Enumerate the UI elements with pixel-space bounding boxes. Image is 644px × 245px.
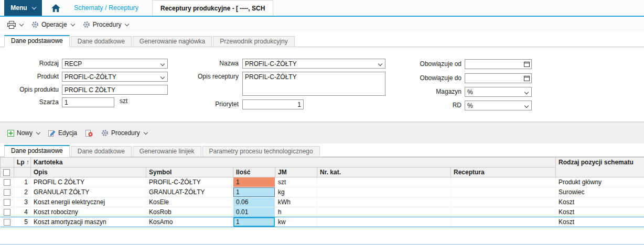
opis-cell: GRANULAT ŻÓŁTY [31, 187, 146, 197]
lp-subheader [14, 168, 31, 177]
select-all-checkbox[interactable] [3, 169, 10, 176]
rodzaj-value: RECP [65, 60, 82, 68]
table-row-selected[interactable]: 5 Koszt amortyzacji maszyn KosAmo 1 kw K… [1, 217, 644, 227]
lp-column-header[interactable]: Lp↑ [14, 158, 31, 168]
operacje-button[interactable]: Operacje [27, 19, 79, 30]
magazyn-label: Magazyn [391, 88, 461, 95]
receptura-cell [451, 217, 556, 227]
nowy-button[interactable]: Nowy [3, 127, 44, 139]
tab-receptury-produkcyjne[interactable]: Receptury produkcyjne - [ ----, SCH [152, 0, 273, 16]
jm-cell: h [275, 207, 317, 217]
dropdown-arrow-icon [524, 90, 529, 94]
nr-kat-cell [317, 177, 451, 187]
ilosc-cell[interactable]: 1 [233, 187, 275, 197]
tab-przewodnik-produkcyjny[interactable]: Przewodnik produkcyjny [213, 36, 294, 47]
priorytet-input[interactable] [242, 99, 304, 109]
opis-produktu-input[interactable] [62, 85, 168, 95]
produkt-value: PROFIL-C-ŻÓŁTY [65, 73, 116, 81]
produkt-select[interactable]: PROFIL-C-ŻÓŁTY [62, 72, 168, 82]
ilosc-cell-focused[interactable]: 1 [233, 217, 275, 227]
row-select-cell [1, 177, 14, 187]
obowiazuje-od-date[interactable] [465, 59, 532, 69]
obowiazuje-od-label: Obowiązuje od [391, 61, 461, 68]
chevron-down-icon [70, 22, 74, 26]
select-column-header [1, 158, 14, 168]
procedury-button[interactable]: Procedury [79, 19, 133, 30]
grid-tabstrip: Dane podstawowe Dane dodatkowe Generowan… [0, 143, 644, 157]
row-checkbox[interactable] [4, 179, 10, 186]
jm-column-header[interactable]: JM [275, 168, 317, 177]
procedury-grid-button[interactable]: Procedury [97, 127, 152, 139]
receptura-cell [451, 177, 556, 187]
calendar-icon[interactable] [524, 61, 530, 67]
ilosc-cell[interactable]: 0.06 [233, 197, 275, 207]
row-checkbox[interactable] [4, 199, 10, 206]
jm-cell: kWh [275, 197, 317, 207]
tab-dane-dodatkowe[interactable]: Dane dodatkowe [71, 36, 132, 47]
top-tab-bar: Menu Schematy / Receptury Receptury prod… [0, 0, 644, 17]
magazyn-select[interactable]: % [465, 87, 532, 97]
edycja-label: Edycja [58, 129, 77, 137]
rd-value: % [467, 102, 473, 109]
rd-label: RD [391, 102, 461, 109]
select-all-header [1, 168, 14, 177]
symbol-column-header[interactable]: Symbol [146, 168, 233, 177]
opis-receptury-textarea[interactable]: PROFIL-C-ŻÓŁTY [242, 72, 385, 96]
ilosc-column-header[interactable]: Ilość [233, 168, 275, 177]
edycja-button[interactable]: Edycja [44, 127, 81, 139]
tab-schematy-receptury[interactable]: Schematy / Receptury [74, 0, 138, 16]
nr-kat-cell [317, 197, 451, 207]
table-row[interactable]: 2 GRANULAT ŻÓŁTY GRANULAT-ŻÓŁTY 1 kg Sur… [1, 187, 644, 197]
table-row[interactable]: 4 Koszt robocizny KosRob 0.01 h Koszt [1, 207, 644, 217]
rodzaj-column-header[interactable]: Rodzaj pozycji schematu [556, 158, 644, 177]
rd-select[interactable]: % [465, 101, 532, 110]
rodzaj-select[interactable]: RECP [62, 59, 168, 69]
operacje-label: Operacje [41, 21, 67, 28]
receptura-column-header[interactable]: Receptura [451, 168, 556, 177]
home-button[interactable] [51, 0, 60, 16]
lp-cell: 1 [14, 177, 31, 187]
positions-table: Lp↑ Kartoteka Rodzaj pozycji schematu Op… [0, 157, 644, 227]
nazwa-select[interactable]: PROFIL-C-ŻÓŁTY [242, 59, 385, 69]
print-button[interactable] [3, 19, 27, 31]
tab-generowanie-linijek[interactable]: Generowanie linijek [133, 146, 201, 157]
dropdown-arrow-icon [378, 62, 382, 66]
grid-toolbar: Nowy Edycja Procedury [0, 122, 644, 143]
nr-kat-column-header[interactable]: Nr. kat. [317, 168, 451, 177]
delete-button[interactable] [81, 128, 97, 139]
row-checkbox[interactable] [4, 219, 10, 226]
chevron-down-icon[interactable] [19, 22, 24, 26]
jm-cell: kg [275, 187, 317, 197]
nr-kat-cell [317, 217, 451, 227]
obowiazuje-do-date[interactable] [465, 73, 532, 83]
row-checkbox[interactable] [4, 189, 10, 196]
lp-cell: 2 [14, 187, 31, 197]
tab-parametry-procesu[interactable]: Parametry procesu technologicznego [202, 146, 320, 157]
edit-pencil-icon [48, 130, 56, 137]
szarza-label: Szarża [0, 99, 59, 106]
rodzaj-label: Rodzaj [0, 60, 59, 67]
lp-header-label: Lp [17, 159, 25, 166]
tab-generowanie-naglowka[interactable]: Generowanie nagłówka [133, 36, 212, 47]
lp-cell: 5 [14, 217, 31, 227]
row-checkbox[interactable] [4, 209, 10, 216]
opis-column-header[interactable]: Opis [31, 168, 146, 177]
recipe-header-form: Rodzaj RECP Produkt PROFIL-C-ŻÓŁTY Opis … [0, 47, 644, 122]
table-row[interactable]: 1 PROFIL C ŻÓŁTY PROFIL-C-ŻÓŁTY 1 szt Pr… [1, 177, 644, 187]
tab-dane-podstawowe[interactable]: Dane podstawowe [4, 35, 70, 47]
main-toolbar: Operacje Procedury [0, 17, 644, 32]
ilosc-cell[interactable]: 1 [233, 177, 275, 187]
rodzaj-cell: Surowiec [556, 187, 644, 197]
tab-grid-dane-podstawowe[interactable]: Dane podstawowe [4, 145, 70, 157]
table-row[interactable]: 3 Koszt energii elektrycznej KosEle 0.06… [1, 197, 644, 207]
menu-button[interactable]: Menu [4, 0, 42, 16]
rodzaj-cell: Produkt główny [556, 177, 644, 187]
szarza-input[interactable] [62, 97, 114, 107]
tab-grid-dane-dodatkowe[interactable]: Dane dodatkowe [71, 146, 132, 157]
ilosc-cell[interactable]: 0.01 [233, 207, 275, 217]
priorytet-label: Priorytet [173, 101, 239, 108]
receptura-cell [451, 197, 556, 207]
rodzaj-cell: Koszt [556, 197, 644, 207]
calendar-icon[interactable] [524, 75, 530, 81]
symbol-cell: KosRob [146, 207, 233, 217]
